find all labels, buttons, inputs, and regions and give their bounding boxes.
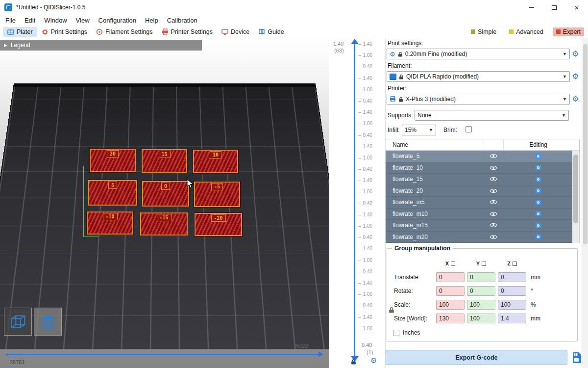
slider-settings-gear-icon[interactable]: ⚙ [370, 357, 377, 364]
calibration-tile[interactable]: 20 [90, 149, 136, 172]
layer-slider-upper-handle[interactable] [351, 39, 359, 44]
y-value-field[interactable]: 0 [467, 286, 495, 296]
object-row[interactable]: flowrate_20 [386, 185, 573, 197]
editor-view-button[interactable] [4, 308, 32, 336]
minimize-button[interactable] [520, 0, 543, 15]
menu-item[interactable]: Help [141, 16, 163, 25]
edit-object-icon[interactable] [503, 234, 573, 240]
calibration-tile[interactable]: -10 [87, 211, 133, 235]
calibration-tile[interactable]: 10 [193, 150, 238, 173]
eye-icon[interactable] [484, 188, 503, 194]
inches-checkbox[interactable] [393, 330, 399, 336]
edit-object-icon[interactable] [503, 222, 573, 229]
legend-panel[interactable]: ▶ Legend [0, 40, 202, 51]
z-value-field[interactable]: 0 [498, 272, 526, 282]
edit-object-icon[interactable] [503, 199, 573, 206]
y-value-field[interactable]: 100 [467, 300, 495, 310]
export-to-sd-button[interactable] [570, 351, 583, 364]
menu-item[interactable]: View [72, 16, 94, 25]
object-row[interactable]: flowrate_m5 [386, 197, 573, 209]
edit-object-icon[interactable] [503, 187, 573, 194]
menu-item[interactable]: Edit [20, 16, 40, 25]
eye-icon[interactable] [484, 211, 503, 217]
calibration-tile[interactable]: -15 [140, 212, 188, 236]
scrollbar-thumb[interactable] [583, 44, 588, 244]
tab-device[interactable]: Device [217, 27, 254, 37]
z-value-field[interactable]: 100 [498, 300, 526, 310]
object-row[interactable]: flowrate_10 [386, 162, 573, 174]
supports-combo[interactable]: None ▼ [415, 110, 569, 121]
y-value-field[interactable]: 0 [467, 272, 495, 282]
printer-combo[interactable]: X-Plus 3 (modified) ▼ [387, 94, 570, 105]
calibration-tile[interactable]: 0 [142, 181, 189, 207]
close-button[interactable]: × [565, 0, 588, 15]
3d-viewport[interactable]: ▶ Legend 20 15 10 5 0 -5 -10 -15 -20 293… [0, 38, 329, 368]
calibration-tile[interactable]: 5 [88, 180, 137, 206]
export-gcode-button[interactable]: Export G-code [386, 350, 567, 365]
infill-combo[interactable]: 15% ▼ [402, 125, 436, 135]
scrollbar-thumb[interactable] [573, 155, 578, 223]
preview-view-button[interactable] [34, 308, 62, 336]
tab-printer-settings[interactable]: Printer Settings [157, 27, 217, 37]
uniform-scale-lock-icon[interactable] [389, 307, 394, 315]
tab-plater[interactable]: Plater [3, 27, 37, 37]
print-settings-combo[interactable]: ⚙ 0.20mm Fine (modified) ▼ [387, 49, 570, 59]
calibration-tile[interactable]: 15 [142, 149, 187, 173]
object-list-scrollbar[interactable] [572, 151, 579, 243]
menu-item[interactable]: File [1, 16, 20, 25]
object-row[interactable]: flowrate_m10 [386, 209, 573, 220]
x-value-field[interactable]: 0 [436, 286, 465, 296]
mode-simple[interactable]: Simple [467, 27, 500, 36]
x-value-field[interactable]: 0 [436, 272, 465, 282]
menu-item[interactable]: Calibration [163, 16, 202, 25]
menu-item[interactable]: Configuration [94, 16, 141, 25]
y-value-field[interactable]: 100 [467, 314, 495, 323]
calibration-tile[interactable]: -5 [194, 182, 240, 207]
edit-object-icon[interactable] [503, 210, 573, 217]
tab-filament-settings[interactable]: Filament Settings [92, 27, 157, 37]
eye-icon[interactable] [484, 153, 503, 159]
object-row[interactable]: flowrate_15 [386, 174, 573, 185]
visibility-column-header[interactable] [484, 139, 503, 150]
object-row[interactable]: flowrate_m15 [386, 220, 573, 232]
eye-icon[interactable] [484, 234, 503, 240]
mode-advanced[interactable]: Advanced [506, 27, 547, 36]
layer-slider-track[interactable] [354, 44, 355, 356]
layer-height-tick: 1.00 [358, 326, 372, 331]
sidebar-scrollbar[interactable] [582, 38, 588, 368]
eye-icon[interactable] [484, 199, 503, 205]
brim-checkbox[interactable] [466, 126, 472, 132]
z-value-field[interactable]: 0 [498, 286, 526, 296]
menu-item[interactable]: Window [40, 16, 71, 25]
edit-filament-gear-icon[interactable]: ⚙ [572, 73, 579, 80]
calibration-tile[interactable]: -20 [195, 213, 242, 236]
axis-world-icon[interactable] [513, 262, 517, 266]
name-column-header[interactable]: Name [386, 141, 484, 148]
eye-icon[interactable] [484, 176, 503, 182]
tab-print-settings[interactable]: Print Settings [37, 27, 92, 37]
edit-object-icon[interactable] [503, 153, 573, 159]
mode-expert[interactable]: Expert [553, 27, 584, 36]
tab-guide[interactable]: Guide [254, 27, 288, 37]
simple-mode-icon [471, 29, 475, 34]
axis-world-icon[interactable] [451, 262, 455, 266]
eye-icon[interactable] [484, 222, 503, 228]
eye-icon[interactable] [484, 165, 503, 171]
editing-column-header[interactable]: Editing [503, 139, 573, 150]
object-row[interactable]: flowrate_m20 [386, 232, 573, 243]
gcode-slider[interactable] [6, 354, 318, 355]
layer-height-tick: 1.40 [358, 110, 372, 115]
axis-world-icon[interactable] [482, 262, 486, 266]
gcode-slider-handle[interactable] [318, 351, 323, 357]
x-value-field[interactable]: 100 [436, 300, 465, 310]
x-value-field[interactable]: 130 [436, 314, 465, 323]
maximize-button[interactable] [543, 0, 565, 15]
edit-print-settings-gear-icon[interactable]: ⚙ [572, 50, 579, 58]
edit-printer-gear-icon[interactable]: ⚙ [572, 95, 579, 103]
object-row[interactable]: flowrate_5 [386, 151, 573, 162]
filament-combo[interactable]: QIDI PLA Rapido (modified) ▼ [387, 71, 570, 82]
edit-object-icon[interactable] [503, 176, 573, 183]
edit-object-icon[interactable] [503, 164, 573, 171]
z-value-field[interactable]: 1.4 [498, 314, 526, 323]
slider-lock-icon[interactable] [351, 359, 356, 366]
